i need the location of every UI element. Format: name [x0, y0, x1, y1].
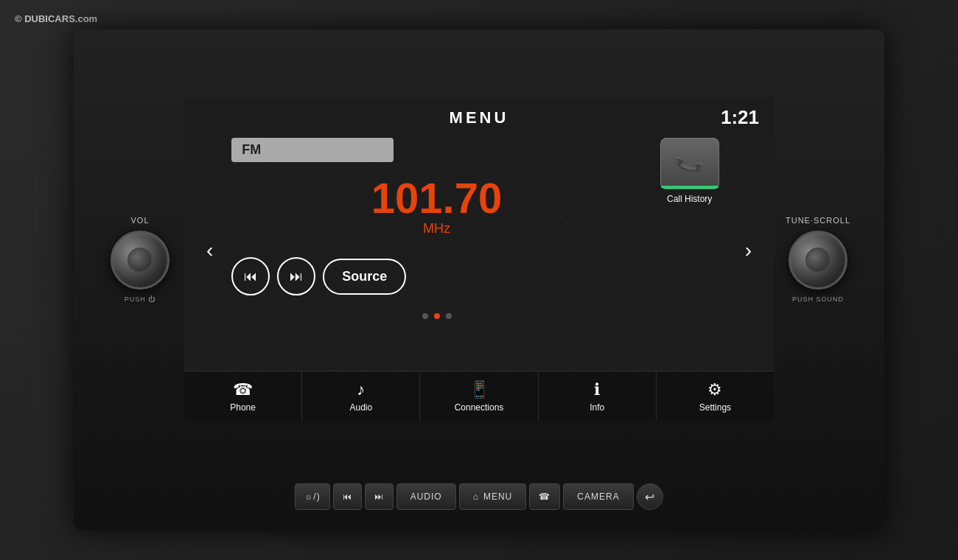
nav-left-button[interactable]: ‹ [199, 138, 220, 363]
screen-title: MENU [385, 108, 572, 127]
menu-button[interactable]: ⌂ MENU [459, 483, 527, 510]
frequency-unit: MHz [231, 221, 641, 237]
nav-audio-label: Audio [349, 402, 372, 413]
bottom-nav: ☎ Phone ♪ Audio 📱 Connections ℹ Info [184, 371, 774, 421]
display-icon: ☼/) [304, 491, 320, 502]
audio-nav-icon: ♪ [357, 380, 365, 399]
tune-knob-area: TUNE·SCROLL PUSH SOUND [774, 216, 862, 303]
prev-track-button[interactable]: ⏮ [333, 483, 362, 510]
menu-button-label: MENU [483, 491, 512, 502]
prev-button[interactable]: ⏮ [231, 257, 270, 295]
band-selector[interactable]: FM [231, 138, 394, 162]
info-nav-icon: ℹ [594, 380, 600, 399]
vol-knob[interactable] [111, 231, 169, 290]
band-label: FM [242, 142, 261, 158]
pagination-dots [231, 309, 641, 323]
home-icon: ⌂ [473, 491, 479, 502]
nav-info[interactable]: ℹ Info [539, 371, 657, 421]
dot-1 [422, 313, 428, 319]
unit-body: VOL PUSH ⏻ MENU 1:21 ‹ [74, 29, 884, 531]
back-icon: ↩ [645, 490, 654, 504]
nav-settings[interactable]: ⚙ Settings [657, 371, 774, 421]
main-display: FM 101.70 MHz ⏮ ⏭ Source [231, 138, 641, 363]
next-track-icon: ⏭ [374, 491, 384, 502]
call-icon-box: 📞 [660, 138, 719, 189]
frequency-display: 101.70 MHz [231, 169, 641, 244]
screen-header: MENU 1:21 [184, 97, 774, 138]
media-controls: ⏮ ⏭ Source [231, 251, 641, 301]
camera-button-label: CAMERA [577, 491, 619, 502]
screen-container: VOL PUSH ⏻ MENU 1:21 ‹ [96, 44, 862, 475]
nav-settings-label: Settings [699, 402, 731, 413]
phone-icon: 📞 [672, 147, 707, 181]
nav-phone[interactable]: ☎ Phone [184, 371, 302, 421]
call-history-button[interactable]: 📞 Call History [653, 138, 727, 363]
display-button[interactable]: ☼/) [295, 483, 329, 510]
back-button[interactable]: ↩ [637, 483, 663, 510]
nav-phone-label: Phone [230, 402, 256, 413]
settings-nav-icon: ⚙ [707, 380, 722, 399]
tune-knob[interactable] [789, 231, 847, 290]
next-button[interactable]: ⏭ [277, 257, 315, 295]
nav-info-label: Info [590, 402, 604, 413]
call-history-label: Call History [667, 194, 712, 204]
frequency-value: 101.70 [231, 177, 641, 220]
connections-nav-icon: 📱 [469, 380, 489, 399]
tune-label: TUNE·SCROLL [786, 216, 850, 225]
vol-knob-area: VOL PUSH ⏻ [96, 216, 184, 303]
nav-audio[interactable]: ♪ Audio [302, 371, 420, 421]
next-track-button[interactable]: ⏭ [365, 483, 394, 510]
source-button[interactable]: Source [323, 259, 406, 295]
vol-sub-label: PUSH ⏻ [125, 295, 156, 303]
nav-right-button[interactable]: › [738, 138, 759, 363]
car-unit: © DUBICARS.com VOL PUSH ⏻ MENU 1:21 [0, 0, 958, 560]
call-button-icon: ☎ [539, 491, 550, 502]
nav-connections-label: Connections [455, 402, 504, 413]
nav-connections[interactable]: 📱 Connections [420, 371, 538, 421]
vol-label: VOL [130, 216, 149, 225]
tune-sub-label: PUSH SOUND [792, 295, 844, 303]
prev-track-icon: ⏮ [343, 491, 352, 502]
call-button[interactable]: ☎ [529, 483, 560, 510]
physical-buttons-row: ☼/) ⏮ ⏭ AUDIO ⌂ MENU ☎ CAMERA ↩ [96, 477, 862, 516]
camera-button[interactable]: CAMERA [563, 483, 633, 510]
screen-content: ‹ FM 101.70 MHz [184, 138, 774, 371]
infotainment-screen: MENU 1:21 ‹ FM 101.70 [184, 97, 774, 421]
audio-button-label: AUDIO [410, 491, 442, 502]
dot-2 [434, 313, 440, 319]
dot-3 [446, 313, 452, 319]
watermark: © DUBICARS.com [15, 13, 97, 24]
phone-nav-icon: ☎ [233, 380, 253, 399]
clock-display: 1:21 [573, 106, 759, 129]
audio-button[interactable]: AUDIO [396, 483, 456, 510]
